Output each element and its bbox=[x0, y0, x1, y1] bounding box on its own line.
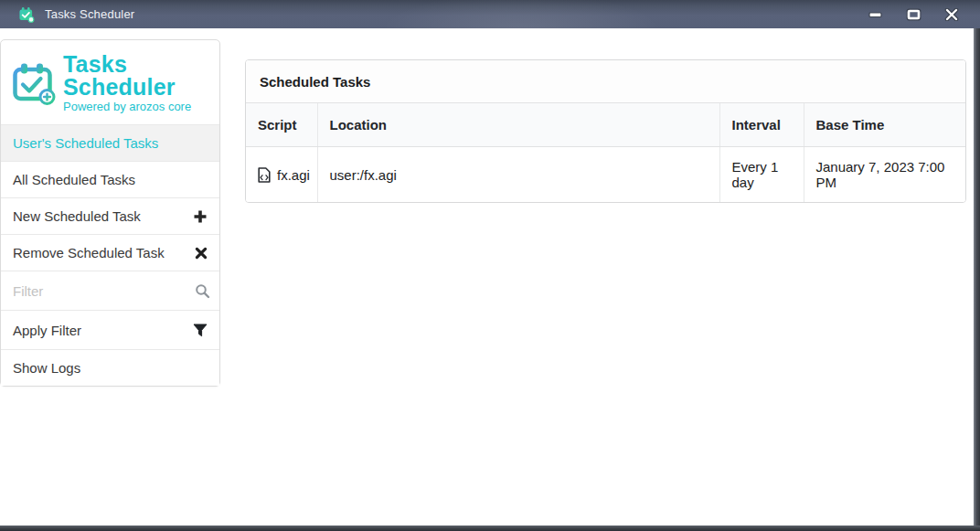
minimize-icon bbox=[868, 11, 882, 18]
script-name: fx.agi bbox=[277, 167, 310, 183]
calendar-check-plus-icon bbox=[12, 61, 58, 105]
column-header-base-time: Base Time bbox=[804, 103, 965, 147]
sidebar-item-label: Show Logs bbox=[13, 360, 80, 376]
sidebar-item-label: All Scheduled Tasks bbox=[13, 172, 135, 187]
close-button[interactable] bbox=[932, 0, 971, 28]
app-title: Tasks Scheduler bbox=[63, 53, 210, 99]
column-header-location: Location bbox=[317, 103, 719, 147]
titlebar: Tasks Scheduler bbox=[0, 0, 980, 28]
column-header-script: Script bbox=[246, 103, 317, 147]
plus-icon bbox=[193, 209, 208, 224]
window-border-bottom bbox=[0, 526, 980, 531]
app-subtitle: Powered by arozos core bbox=[63, 101, 210, 112]
scheduled-tasks-table: Script Location Interval Base Time fx.ag… bbox=[246, 103, 965, 202]
app-calendar-icon bbox=[18, 6, 35, 23]
maximize-icon bbox=[906, 8, 921, 21]
sidebar-item-apply-filter[interactable]: Apply Filter bbox=[1, 310, 219, 349]
cell-interval: Every 1 day bbox=[719, 147, 804, 203]
window-border-right bbox=[974, 28, 980, 526]
sidebar-item-label: User's Scheduled Tasks bbox=[13, 135, 158, 151]
cell-script: fx.agi bbox=[246, 147, 317, 203]
table-row[interactable]: fx.agi user:/fx.agi Every 1 day January … bbox=[246, 147, 965, 203]
sidebar-item-label: Remove Scheduled Task bbox=[13, 245, 165, 260]
sidebar-item-show-logs[interactable]: Show Logs bbox=[1, 349, 219, 386]
app-logo: Tasks Scheduler Powered by arozos core bbox=[1, 40, 219, 124]
sidebar-item-remove-scheduled-task[interactable]: Remove Scheduled Task bbox=[1, 234, 219, 271]
table-header-row: Script Location Interval Base Time bbox=[246, 103, 965, 147]
remove-x-icon bbox=[195, 247, 208, 260]
cell-base-time: January 7, 2023 7:00 PM bbox=[804, 147, 965, 203]
window-title: Tasks Scheduler bbox=[45, 7, 134, 21]
sidebar-item-new-scheduled-task[interactable]: New Scheduled Task bbox=[1, 197, 219, 234]
scheduled-tasks-panel: Scheduled Tasks Script Location Interval… bbox=[245, 59, 966, 203]
sidebar-item-label: New Scheduled Task bbox=[13, 208, 141, 224]
filter-funnel-icon bbox=[193, 324, 208, 337]
close-icon bbox=[944, 8, 959, 21]
filter-input-row bbox=[1, 271, 219, 310]
filter-input[interactable] bbox=[13, 283, 195, 299]
code-file-icon bbox=[258, 167, 271, 183]
sidebar-item-label: Apply Filter bbox=[13, 323, 81, 338]
search-icon bbox=[195, 283, 210, 299]
maximize-button[interactable] bbox=[894, 0, 932, 28]
column-header-interval: Interval bbox=[719, 103, 804, 147]
sidebar-item-users-scheduled-tasks[interactable]: User's Scheduled Tasks bbox=[1, 124, 219, 161]
sidebar-item-all-scheduled-tasks[interactable]: All Scheduled Tasks bbox=[1, 161, 219, 197]
sidebar: Tasks Scheduler Powered by arozos core U… bbox=[0, 39, 220, 387]
panel-title: Scheduled Tasks bbox=[246, 60, 965, 103]
minimize-button[interactable] bbox=[856, 0, 894, 28]
cell-location: user:/fx.agi bbox=[317, 147, 719, 203]
